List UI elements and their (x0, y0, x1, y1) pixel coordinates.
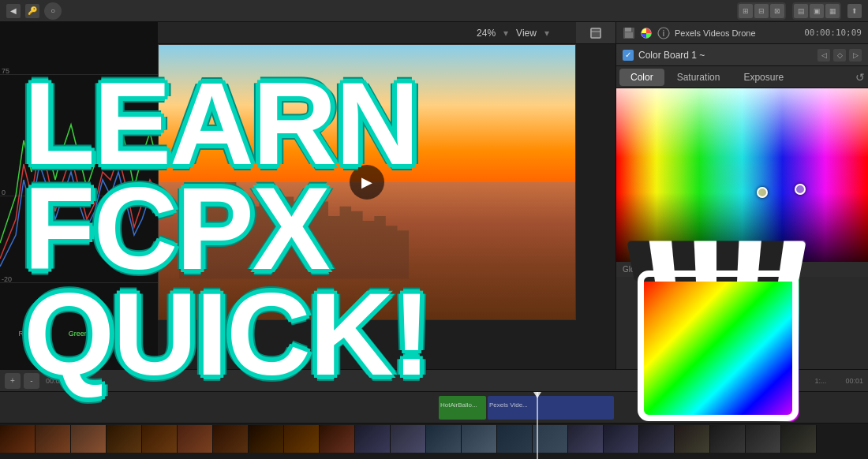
tab-saturation[interactable]: Saturation (666, 69, 731, 86)
zoom-in-button[interactable]: + (5, 373, 21, 389)
thumb-13 (426, 425, 462, 453)
thumb-4 (107, 425, 142, 453)
thumb-14 (462, 425, 497, 453)
thumb-9 (284, 425, 320, 453)
stripe-4 (694, 241, 716, 282)
thumb-7 (213, 425, 249, 453)
green-label: Green (69, 330, 88, 338)
zoom-out-button[interactable]: - (24, 373, 39, 389)
playhead[interactable] (537, 392, 538, 459)
clip-green[interactable]: HotAirBallo... (439, 396, 486, 420)
clapper-body (642, 271, 799, 423)
thumbnail-strip (0, 425, 868, 457)
waveform-svg (0, 22, 158, 334)
time-position: 00:00 (46, 377, 64, 385)
grid-icon[interactable]: ⊞ (739, 4, 753, 18)
thumb-5 (142, 425, 178, 453)
thumb-21 (710, 425, 746, 453)
grid-icon-2[interactable]: ⊟ (754, 4, 769, 18)
thumb-17 (568, 425, 604, 453)
thumb-2 (36, 425, 71, 453)
view-button[interactable]: View (516, 28, 537, 39)
view-chevron[interactable]: ▾ (544, 28, 549, 39)
timeline-end: 00:01 (845, 377, 863, 385)
circle-icon[interactable]: ○ (44, 2, 62, 20)
save-icon (590, 28, 601, 39)
channel-labels: Red Green Blue (0, 330, 158, 338)
stripe-8 (778, 241, 806, 282)
clip-blue[interactable]: Pexels Vide... (488, 396, 614, 420)
reset-button[interactable]: ↺ (855, 71, 865, 84)
toolbar: ◀ 🔑 ○ ⊞ ⊟ ⊠ ▤ ▣ ▦ ⬆ (0, 0, 868, 22)
panel-info-row: i Pexels Videos Drone 00:00:10;09 (616, 22, 868, 44)
share-icon[interactable]: ⬆ (847, 4, 862, 18)
toolbar-icon-group-2: ▤ ▣ ▦ (792, 2, 841, 20)
toolbar-icon-group-1: ⊞ ⊟ ⊠ (737, 2, 786, 20)
fcpx-app-icon (615, 222, 836, 420)
color-board-title: Color Board 1 ~ (638, 50, 813, 61)
stripe-3 (672, 241, 696, 282)
clapper-stripes (627, 241, 806, 282)
blue-label: Blue (125, 330, 140, 338)
source-clip-name: Pexels Videos Drone (675, 28, 799, 38)
panel-icon-1[interactable] (590, 28, 601, 39)
grid-icon-3[interactable]: ⊠ (770, 4, 784, 18)
lock-icon[interactable]: 🔑 (25, 4, 39, 18)
color-puck-highlights[interactable] (757, 187, 768, 198)
layout-icon[interactable]: ▤ (794, 4, 808, 18)
next-keyframe-icon[interactable]: ▷ (849, 49, 862, 62)
thumb-18 (604, 425, 639, 453)
save-disk-icon[interactable] (623, 27, 635, 39)
color-gradient (642, 271, 799, 423)
panel-toggle-area (576, 22, 615, 44)
svg-rect-4 (625, 32, 633, 38)
thumb-23 (781, 425, 817, 453)
clip-blue-label: Pexels Vide... (488, 400, 529, 410)
thumb-19 (639, 425, 675, 453)
clip-green-label: HotAirBallo... (439, 400, 479, 410)
thumb-3 (71, 425, 107, 453)
viewer-frame (158, 44, 576, 320)
thumb-11 (355, 425, 391, 453)
waveform-background: 75 0 -20 Red Green Blue (0, 22, 158, 369)
stripe-5 (716, 241, 739, 282)
thumb-1 (0, 425, 36, 453)
svg-text:i: i (663, 29, 665, 38)
tab-color[interactable]: Color (619, 69, 664, 86)
thumb-6 (178, 425, 213, 453)
svg-rect-0 (591, 28, 600, 38)
thumb-12 (391, 425, 426, 453)
timecode-display: 00:00:10;09 (804, 28, 862, 38)
layout-icon-2[interactable]: ▣ (810, 4, 824, 18)
clapper-top (627, 241, 806, 282)
color-board-tabs: Color Saturation Exposure ↺ (616, 66, 868, 88)
color-puck-midtones[interactable] (795, 184, 806, 195)
tab-exposure[interactable]: Exposure (732, 69, 795, 86)
thumb-8 (249, 425, 284, 453)
diamond-keyframe-icon[interactable]: ◇ (833, 49, 846, 62)
thumb-20 (675, 425, 710, 453)
color-board-enable-checkbox[interactable]: ✓ (623, 50, 634, 61)
info-icon[interactable]: i (657, 27, 670, 39)
thumb-22 (746, 425, 781, 453)
zoom-chevron[interactable]: ▾ (503, 28, 508, 39)
svg-rect-3 (625, 28, 631, 32)
waveform-panel: 75 0 -20 Red Green Blue (0, 22, 158, 369)
back-icon[interactable]: ◀ (6, 4, 21, 18)
color-wheel-icon[interactable] (640, 27, 653, 39)
color-board-header: ✓ Color Board 1 ~ ◁ ◇ ▷ (616, 44, 868, 66)
color-board-icons: ◁ ◇ ▷ (817, 49, 862, 62)
thumb-15 (497, 425, 533, 453)
red-label: Red (18, 330, 32, 338)
prev-keyframe-icon[interactable]: ◁ (817, 49, 830, 62)
layout-icon-3[interactable]: ▦ (825, 4, 840, 18)
zoom-level[interactable]: 24% (477, 28, 496, 39)
thumb-10 (320, 425, 355, 453)
